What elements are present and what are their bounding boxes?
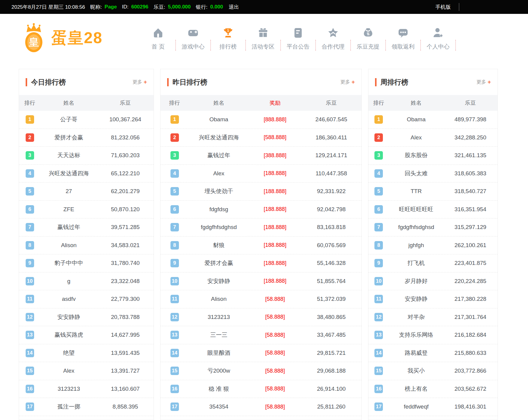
- site-header: 皇 蛋皇28 首 页 游戏中心 1 排行榜 活动专区: [0, 14, 528, 62]
- nav-item-activities[interactable]: 活动专区: [246, 26, 281, 51]
- rank-cell: 9: [19, 259, 40, 267]
- rank-cell: 10: [19, 277, 40, 285]
- rank-cell: 8: [368, 241, 389, 250]
- svg-text:1: 1: [227, 28, 229, 32]
- nickname-label: 昵称:: [90, 4, 102, 11]
- ledou-value: 216,182.684: [443, 332, 498, 338]
- svg-text:⇅: ⇅: [367, 31, 370, 36]
- table-row: 14眼里酿酒[58.888]29,815.721: [161, 344, 361, 362]
- ledou-value: 55,146.328: [301, 260, 361, 266]
- column-header: 排行: [19, 99, 40, 107]
- player-name: Alison: [189, 296, 249, 302]
- player-name: 绝望: [40, 349, 97, 357]
- nav-item-personal-center[interactable]: 个人中心: [421, 26, 456, 51]
- player-name: 亏2000w: [189, 367, 249, 375]
- more-link[interactable]: 更多 +: [132, 79, 147, 85]
- home-icon: [152, 27, 164, 40]
- star-icon: [327, 27, 339, 40]
- logo[interactable]: 皇 蛋皇28: [20, 23, 103, 53]
- logout-link[interactable]: 退出: [229, 4, 239, 11]
- nav-item-game-center[interactable]: 游戏中心: [176, 26, 211, 51]
- table-body: 1Obama[888.888]246,607.5452兴旺发达通四海[588.8…: [161, 111, 361, 416]
- rank-badge: 12: [26, 313, 34, 321]
- nav-label: 平台公告: [281, 43, 316, 51]
- rank-cell: 7: [161, 223, 189, 231]
- rank-badge: 14: [374, 349, 383, 357]
- rank-cell: 4: [19, 169, 40, 178]
- brand-title: 蛋皇28: [51, 27, 103, 49]
- player-name: jghfgh: [389, 242, 443, 249]
- ledou-value: 14,627.995: [97, 332, 154, 338]
- panel-today-ranking: 今日排行榜 更多 + 排行姓名乐豆 1公子哥100,367.2642爱拼才会赢8…: [19, 69, 154, 420]
- nav-label: 领取返利: [386, 43, 421, 51]
- mobile-version-link[interactable]: 手机版: [435, 4, 451, 11]
- ledou-value: 13,591.435: [97, 350, 154, 356]
- rank-badge: 9: [374, 259, 383, 267]
- ledou-value: 223,401.875: [443, 260, 498, 266]
- player-name: 安安静静: [189, 277, 249, 285]
- ledou-value: 51,855.764: [301, 278, 361, 285]
- ledou-value: 13,160.607: [97, 386, 154, 392]
- reward-value: [58.888]: [249, 332, 301, 338]
- reward-value: [58.888]: [249, 404, 301, 410]
- rank-cell: 7: [19, 223, 40, 231]
- player-name: 对半杂: [389, 313, 443, 321]
- ledou-value: 29,068.188: [301, 368, 361, 374]
- datetime-text: 2025年8月27日 星期三 10:08:56: [11, 4, 85, 11]
- more-link[interactable]: 更多 +: [476, 79, 491, 85]
- rank-badge: 8: [170, 241, 179, 250]
- nav-item-agent[interactable]: 合作代理: [316, 26, 351, 51]
- rebate-icon: [397, 27, 409, 40]
- rank-cell: 9: [161, 259, 189, 267]
- reward-value: [58.888]: [249, 296, 301, 302]
- table-row: 16榜上有名203,562.672: [368, 380, 498, 398]
- nav-item-rebate[interactable]: 领取返利: [386, 26, 421, 51]
- ledou-value: 262,100.261: [443, 242, 498, 249]
- ledou-value: 8,858.395: [97, 403, 154, 410]
- ledou-value: 65,122.210: [97, 170, 154, 177]
- rank-cell: 17: [19, 402, 40, 411]
- table-row: 1Obama[888.888]246,607.545: [161, 111, 361, 129]
- table-row: 3天天达标71,630.203: [19, 147, 154, 165]
- reward-value: [188.888]: [249, 278, 301, 284]
- table-body: 1Obama489,977.3982Alex342,288.2503股东股份32…: [368, 111, 498, 416]
- player-name: Alex: [189, 170, 249, 177]
- rank-cell: 6: [19, 205, 40, 214]
- panel-header: 昨日排行榜 更多 +: [161, 69, 361, 95]
- ledou-value: 25,811.260: [301, 403, 361, 410]
- nav-item-home[interactable]: 首 页: [141, 26, 176, 51]
- player-name: 回头太难: [389, 170, 443, 177]
- nav-item-leaderboard[interactable]: 1 排行榜: [211, 26, 246, 51]
- ledou-value: 246,607.545: [301, 116, 361, 123]
- table-row: 2兴旺发达通四海[588.888]186,360.411: [161, 129, 361, 147]
- rank-cell: 15: [161, 367, 189, 375]
- table-row: 17354354[58.888]25,811.260: [161, 398, 361, 416]
- rank-cell: 8: [161, 241, 189, 250]
- nav-item-announcements[interactable]: 平台公告: [281, 26, 316, 51]
- rank-cell: 1: [19, 115, 40, 124]
- player-name: 爱拼才会赢: [189, 259, 249, 267]
- nav-label: 合作代理: [316, 43, 351, 51]
- table-row: 14路易威登215,880.633: [368, 344, 498, 362]
- rank-cell: 5: [161, 187, 189, 196]
- ledou-value: 39,571.285: [97, 224, 154, 231]
- plus-icon: +: [144, 79, 147, 85]
- panel-week-ranking: 周排行榜 更多 + 排行姓名乐豆 1Obama489,977.3982Alex3…: [368, 69, 498, 420]
- more-link[interactable]: 更多 +: [340, 79, 355, 85]
- rank-badge: 10: [374, 277, 383, 285]
- ledou-value: 5,000.000: [168, 4, 191, 10]
- rank-cell: 3: [19, 151, 40, 160]
- nav-item-deposit-withdraw[interactable]: ⇅ 乐豆充提: [351, 26, 386, 51]
- user-icon: [432, 27, 444, 40]
- table-row: 8Alison34,583.021: [19, 237, 154, 255]
- player-name: 安安静静: [389, 295, 443, 303]
- reward-value: [58.888]: [249, 314, 301, 320]
- player-name: 27: [40, 188, 97, 195]
- table-row: 8jghfgh262,100.261: [368, 237, 498, 255]
- column-header: 乐豆: [443, 99, 498, 107]
- table-row: 123123213[58.888]38,480.865: [161, 308, 361, 326]
- player-name: 股东股份: [389, 151, 443, 159]
- rank-badge: 17: [26, 402, 34, 411]
- table-row: 4兴旺发达通四海65,122.210: [19, 165, 154, 183]
- rank-cell: 5: [19, 187, 40, 196]
